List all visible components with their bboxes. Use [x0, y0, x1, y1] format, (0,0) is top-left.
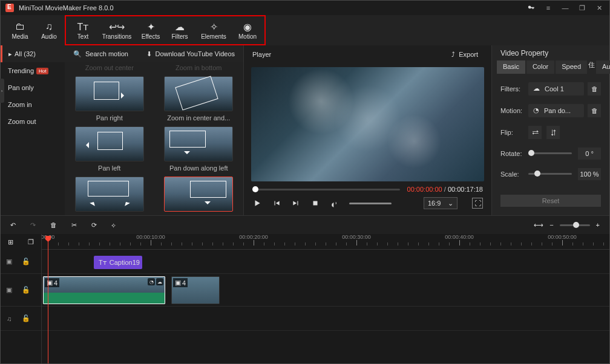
video-preview[interactable]: [251, 67, 484, 181]
video-track[interactable]: ▣4 ◔☁ ▣4: [42, 274, 609, 307]
tab-transitions[interactable]: ↩↪Transitions: [97, 16, 136, 44]
time-ruler[interactable]: 00:0000:00:10:0000:00:20:0000:00:30:0000…: [42, 234, 609, 250]
text-track[interactable]: TᴛCaption19: [42, 250, 609, 274]
main-toolbar: 🗀Media ♫Audio TᴛText ↩↪Transitions ✦Effe…: [1, 15, 609, 45]
play-button[interactable]: [252, 198, 262, 208]
split-button[interactable]: ✂: [71, 221, 77, 229]
stop-button[interactable]: [310, 198, 320, 208]
video-clip-1[interactable]: ▣4 ◔☁: [43, 276, 165, 304]
tab-elements[interactable]: ✧Elements: [194, 16, 233, 44]
category-pan-only[interactable]: Pan only: [1, 79, 65, 96]
effects-icon: ✦: [147, 21, 155, 32]
tab-text[interactable]: TᴛText: [68, 16, 97, 44]
playhead[interactable]: [48, 236, 48, 363]
motion-item[interactable]: Zoom in center and...: [159, 76, 239, 122]
category-zoom-out[interactable]: Zoom out: [1, 113, 65, 130]
volume-icon[interactable]: [330, 198, 339, 208]
motion-item[interactable]: Pan down along left: [159, 126, 239, 172]
aspect-label: 16:9: [428, 200, 441, 207]
motion-item[interactable]: Pan right: [70, 76, 149, 122]
lock-icon[interactable]: 🔓: [18, 314, 34, 322]
delete-button[interactable]: 🗑: [50, 221, 57, 229]
time-total: 00:00:17:18: [448, 186, 483, 193]
category-all[interactable]: ▸All (32): [1, 45, 65, 62]
prev-frame-button[interactable]: [272, 198, 281, 208]
player-title: Player: [252, 51, 271, 58]
export-button[interactable]: ⤴Export: [447, 48, 483, 60]
lock-icon[interactable]: 🔓: [18, 258, 34, 265]
reset-button[interactable]: Reset: [500, 195, 601, 207]
lock-icon[interactable]: 🔓: [18, 286, 34, 294]
flip-label: Flip:: [500, 129, 528, 136]
flip-vertical-button[interactable]: ⮃: [546, 126, 560, 139]
next-frame-button[interactable]: [291, 198, 301, 208]
titlebar: MiniTool MovieMaker Free 8.0.0 ≡ — ❐ ✕: [1, 1, 609, 15]
motion-item[interactable]: Zoom out center: [70, 62, 149, 71]
motion-item[interactable]: Pan left: [70, 126, 149, 172]
collapse-props-button[interactable]: ›: [0, 79, 4, 103]
prop-tab-color[interactable]: Color: [526, 60, 554, 74]
scale-label: Scale:: [500, 171, 528, 178]
tab-effects[interactable]: ✦Effects: [136, 16, 165, 44]
crop-button[interactable]: ⟡: [111, 221, 116, 229]
speed-button[interactable]: ⟳: [91, 221, 97, 229]
motion-item[interactable]: Zoom in top: [70, 177, 149, 215]
zoom-out-button[interactable]: −: [549, 221, 553, 229]
filter-chip[interactable]: ☁Cool 1: [528, 82, 584, 96]
chevron-down-icon: ⌄: [448, 200, 453, 207]
track-header: ♫🔓: [1, 307, 41, 331]
transitions-icon: ↩↪: [109, 21, 125, 32]
prop-tab-basic[interactable]: Basic: [497, 60, 525, 74]
tab-audio[interactable]: ♫Audio: [34, 15, 64, 45]
volume-slider[interactable]: [349, 203, 392, 204]
svg-rect-0: [313, 201, 318, 206]
zoom-slider[interactable]: [560, 224, 590, 226]
timeline-layers-button[interactable]: ❐: [28, 238, 34, 246]
rotate-slider[interactable]: [528, 152, 572, 154]
prop-tab-audio[interactable]: Audio: [596, 60, 610, 74]
video-clip-2[interactable]: ▣4: [171, 276, 220, 304]
download-youtube-button[interactable]: ⬇Download YouTube Videos: [146, 50, 235, 58]
undo-button[interactable]: ↶: [10, 221, 16, 229]
track-header: ▣🔓: [1, 250, 41, 274]
license-key-icon[interactable]: [526, 2, 537, 13]
close-icon[interactable]: ✕: [594, 2, 605, 13]
motion-item[interactable]: Zoom in bottom: [159, 62, 239, 71]
minimize-icon[interactable]: —: [560, 2, 571, 13]
remove-motion-button[interactable]: 🗑: [588, 104, 601, 117]
maximize-icon[interactable]: ❐: [577, 2, 588, 13]
search-icon: 🔍: [73, 50, 82, 58]
tab-motion[interactable]: ◉Motion: [233, 16, 262, 44]
flip-horizontal-button[interactable]: ⮂: [528, 126, 542, 139]
clip-badge: 4: [54, 279, 57, 287]
motion-label: Pan down along left: [169, 164, 228, 172]
tab-media[interactable]: 🗀Media: [5, 15, 34, 45]
remove-filter-button[interactable]: 🗑: [588, 82, 601, 96]
download-icon: ⬇: [146, 50, 152, 58]
scrubber[interactable]: [252, 189, 400, 190]
category-trending[interactable]: TrendingHot: [1, 62, 65, 79]
fullscreen-button[interactable]: ⛶: [472, 198, 483, 209]
audio-track[interactable]: [42, 307, 609, 331]
category-label: Pan only: [8, 84, 34, 91]
rotate-value[interactable]: 0 °: [578, 148, 601, 160]
category-zoom-in[interactable]: Zoom in: [1, 96, 65, 113]
redo-button[interactable]: ↷: [30, 221, 36, 229]
motion-chip[interactable]: ◔Pan do...: [528, 104, 584, 117]
tab-filters[interactable]: ☁Filters: [165, 16, 194, 44]
scale-slider[interactable]: [528, 173, 572, 175]
search-input[interactable]: 🔍Search motion: [73, 50, 146, 58]
time-current: 00:00:00:00: [407, 186, 442, 193]
timeline-add-track-button[interactable]: ⊞: [8, 238, 13, 246]
fit-zoom-button[interactable]: ⟷: [534, 221, 543, 229]
category-all-label: All (32): [15, 50, 36, 57]
scale-value[interactable]: 100 %: [578, 168, 601, 180]
hamburger-menu-icon[interactable]: ≡: [543, 2, 554, 13]
text-clip[interactable]: TᴛCaption19: [94, 256, 142, 269]
category-label: Zoom out: [8, 118, 36, 125]
motion-item[interactable]: Pan down along right: [159, 177, 239, 215]
hot-badge: Hot: [36, 68, 48, 74]
prop-tab-speed[interactable]: Speed: [556, 60, 587, 74]
zoom-in-button[interactable]: +: [596, 221, 600, 229]
aspect-ratio-select[interactable]: 16:9⌄: [424, 197, 457, 209]
